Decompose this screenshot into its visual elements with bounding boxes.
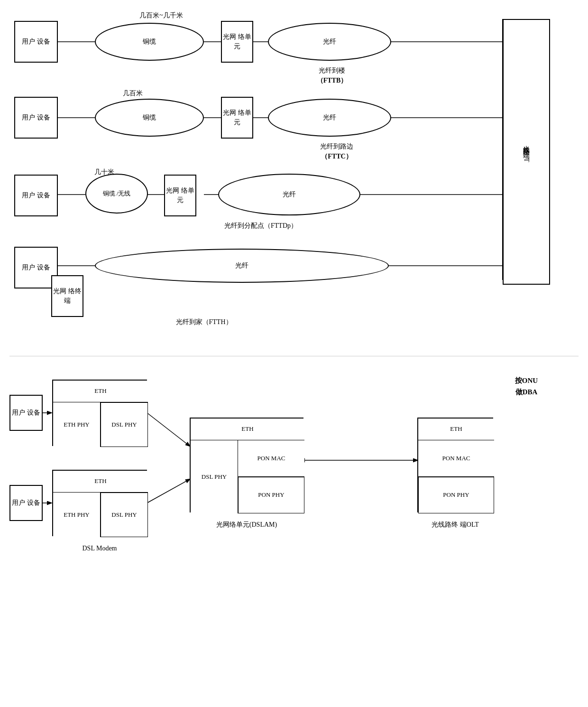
dslam-pon-phy: PON PHY (258, 491, 284, 499)
fttb-copper-label: 铜缆 (143, 37, 156, 46)
fttc-user-label: 用户 设备 (22, 113, 50, 122)
dslam-eth: ETH (241, 425, 253, 433)
onu1-outer-box: ETH ETH PHY DSL PHY (52, 380, 147, 446)
bottom-olt-pon-phy: PON PHY (443, 491, 469, 499)
onu2-eth-label: ETH (53, 471, 148, 493)
fttdp-user-box: 用户 设备 (14, 175, 58, 216)
fttc-desc2: （FTTC） (321, 153, 352, 160)
fttdp-user-label: 用户 设备 (22, 191, 50, 200)
fttc-desc1: 光纤到路边 (320, 143, 353, 150)
svg-line-18 (147, 479, 190, 503)
onu1-eth-phy: ETH PHY (64, 421, 90, 429)
fttdp-copper-ellipse: 铜缆 /无线 (85, 174, 148, 214)
bottom-olt-outer-box: ETH PON MAC PON PHY (417, 418, 493, 512)
onu2-dsl-phy: DSL PHY (111, 511, 137, 519)
fttb-fiber-label: 光纤 (323, 37, 336, 46)
fttdp-onu-label: 光网 络单 元 (165, 186, 195, 205)
onu1-eth: ETH (94, 387, 106, 395)
fttc-fiber-label: 光纤 (323, 113, 336, 122)
bottom-olt-pon-phy-box: PON PHY (418, 477, 494, 513)
bottom-user1-label: 用户 设备 (12, 408, 40, 418)
bottom-olt-pon-mac: PON MAC (442, 455, 470, 463)
ftth-onu-box: 光网 络终 端 (51, 275, 83, 317)
fttdp-fiber-ellipse: 光纤 (218, 174, 360, 215)
dslam-eth-label: ETH (191, 419, 304, 440)
ftth-onu-label: 光网 络终 端 (52, 287, 83, 305)
fttdp-desc1: 光纤到分配点（FTTDp） (224, 222, 297, 229)
main-diagram: 几百米~几千米 用户 设备 铜缆 光网 络单 元 光纤 光纤到楼 （FTTB） … (0, 0, 588, 707)
svg-line-17 (147, 413, 190, 446)
onu1-eth-phy-box: ETH PHY (53, 402, 101, 447)
bottom-user2-box: 用户 设备 (9, 485, 43, 521)
dslam-label: 光网络单元(DSLAM) (190, 520, 303, 530)
bottom-user1-box: 用户 设备 (9, 395, 43, 431)
fttc-user-box: 用户 设备 (14, 97, 58, 139)
dsl-modem-label: DSL Modem (52, 543, 147, 553)
bottom-olt-eth: ETH (450, 425, 462, 433)
bottom-user2-label: 用户 设备 (12, 498, 40, 508)
fttb-desc1: 光纤到楼 (319, 67, 345, 74)
fttc-copper-ellipse: 铜缆 (95, 99, 204, 137)
fttb-onu-box: 光网 络单 元 (221, 21, 253, 63)
bottom-olt-label: 光线路终 端OLT (417, 520, 493, 530)
fttb-fiber-ellipse: 光纤 (268, 23, 391, 61)
dslam-dsl-phy: DSL PHY (202, 473, 227, 481)
fttb-desc2: （FTTB） (317, 77, 348, 84)
dslam-dsl-phy-box: DSL PHY (191, 440, 238, 513)
bottom-olt-pon-mac-box: PON MAC (418, 440, 494, 477)
dslam-outer-box: ETH DSL PHY PON MAC PON PHY (190, 418, 303, 512)
separator (9, 356, 579, 356)
ftth-user-label: 用户 设备 (22, 263, 50, 272)
onu1-dsl-phy-box: DSL PHY (101, 402, 148, 447)
bottom-olt-eth-label: ETH (418, 419, 494, 440)
fttc-onu-label: 光网 络单 元 (222, 108, 252, 127)
onu2-eth: ETH (94, 477, 106, 485)
olt-box: 光线路终 端OLT (503, 19, 550, 285)
dslam-pon-phy-box: PON PHY (238, 477, 304, 513)
fttdp-desc-label: 光纤到分配点（FTTDp） (175, 221, 346, 231)
onu1-eth-label: ETH (53, 381, 148, 402)
fttdp-onu-box: 光网 络单 元 (164, 175, 196, 216)
fttb-onu-label: 光网 络单 元 (222, 32, 252, 51)
fttc-copper-label: 铜缆 (143, 113, 156, 122)
fttdp-fiber-label: 光纤 (283, 190, 296, 199)
ftth-fiber-ellipse: 光纤 (95, 249, 389, 283)
olt-label: 光线路终 端OLT (522, 140, 531, 163)
onu2-eth-phy-box: ETH PHY (53, 493, 101, 537)
fttc-onu-box: 光网 络单 元 (221, 97, 253, 139)
ftth-fiber-label: 光纤 (235, 261, 248, 270)
fttb-copper-ellipse: 铜缆 (95, 23, 204, 61)
onu2-dsl-phy-box: DSL PHY (101, 493, 148, 537)
fttb-distance-label: 几百米~几千米 (85, 10, 237, 20)
onu1-dsl-phy: DSL PHY (111, 421, 137, 429)
ftth-desc-label: 光纤到家（FTTH） (133, 317, 275, 327)
fttc-distance-label: 几百米 (85, 88, 180, 98)
onu2-eth-phy: ETH PHY (64, 511, 90, 519)
dslam-pon-mac-box: PON MAC (238, 440, 304, 477)
fttc-fiber-ellipse: 光纤 (268, 99, 391, 137)
fttb-user-label: 用户 设备 (22, 37, 50, 47)
dba-label: 按ONU做DBA (479, 375, 574, 398)
fttdp-copper-label: 铜缆 /无线 (103, 189, 131, 198)
fttb-user-box: 用户 设备 (14, 21, 58, 63)
dslam-pon-mac: PON MAC (257, 455, 285, 463)
onu2-outer-box: ETH ETH PHY DSL PHY (52, 470, 147, 536)
ftth-desc1: 光纤到家（FTTH） (176, 318, 232, 326)
fttc-desc-label: 光纤到路边 （FTTC） (280, 141, 394, 161)
fttb-desc-label: 光纤到楼 （FTTB） (285, 65, 379, 85)
